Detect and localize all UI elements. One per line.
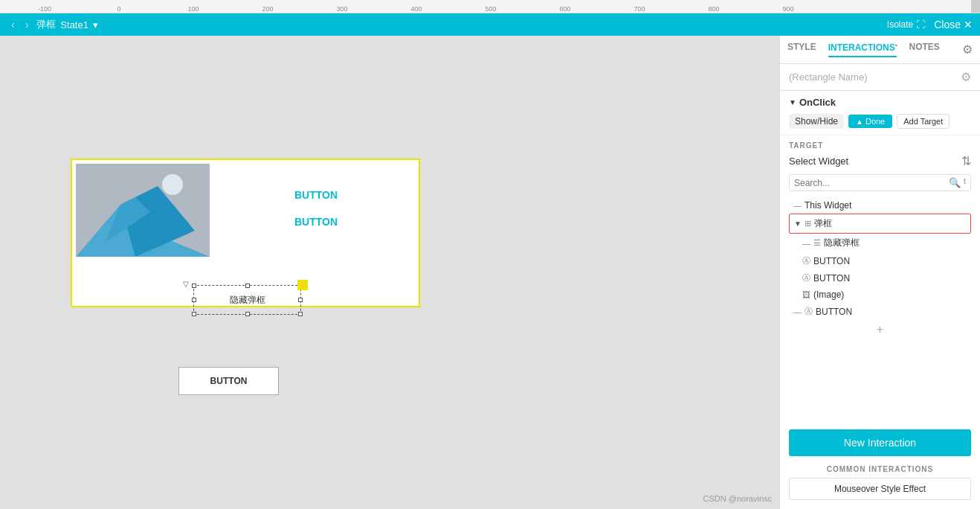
- rect-name-bar: (Rectangle Name) ⚙: [780, 64, 980, 91]
- ruler-bar: -100 0 100 200 300 400 500 600 700 800 9…: [0, 0, 980, 13]
- hidden-frame-selection[interactable]: ▽ ⚡ 隐藏弹框: [193, 285, 301, 315]
- tree-line-icon: —: [793, 201, 802, 210]
- search-icon: 🔍: [949, 177, 961, 188]
- state-bar: ‹ › 弹框 State1 ▾ Isolate ⛶ Close ✕: [0, 13, 980, 36]
- button-group: BUTTON BUTTON: [213, 160, 419, 257]
- tree-image-icon: 🖼: [802, 290, 810, 299]
- ruler-tick: 300: [305, 5, 379, 13]
- tree-popup-icon: ⊞: [805, 219, 811, 228]
- panel-tabs: STYLE INTERACTIONS NOTES ⚙: [780, 36, 980, 64]
- search-input[interactable]: [794, 178, 949, 188]
- expand-indicator[interactable]: +: [789, 320, 971, 339]
- new-interaction-button[interactable]: New Interaction: [789, 429, 971, 456]
- tree-item-hidden-frame[interactable]: — ☰ 隐藏弹框: [789, 234, 971, 252]
- rect-name-label: (Rectangle Name): [789, 71, 868, 83]
- show-hide-label: Show/Hide: [789, 114, 844, 129]
- state-bar-left: ‹ › 弹框 State1 ▾: [7, 17, 98, 32]
- triangle-icon: ▽: [183, 280, 189, 288]
- done-caret-icon: ▲: [856, 118, 863, 126]
- tree-item-this-widget[interactable]: — This Widget: [789, 197, 971, 214]
- panel-tabs-left: STYLE INTERACTIONS NOTES: [787, 42, 940, 57]
- ruler-tick: 0: [82, 5, 156, 13]
- panel-options-icon[interactable]: ⚙: [962, 42, 973, 57]
- ruler-tick: -100: [7, 5, 82, 13]
- widget-inner: BUTTON BUTTON: [72, 160, 419, 257]
- canvas-button-1[interactable]: BUTTON: [294, 189, 338, 201]
- tree-popup-label: 弹框: [814, 217, 832, 230]
- add-target-button[interactable]: Add Target: [897, 114, 950, 129]
- ruler-ticks: -100 0 100 200 300 400 500 600 700 800 9…: [0, 0, 825, 13]
- watermark: CSDN @noravinsc: [703, 494, 772, 503]
- tree-item-popup[interactable]: ▼ ⊞ 弹框: [789, 214, 971, 234]
- handle-mid-left: [192, 298, 196, 302]
- tree-this-widget-label: This Widget: [805, 200, 851, 211]
- handle-bot-mid: [245, 312, 250, 316]
- handle-bot-left: [192, 312, 196, 316]
- ruler-tick: 400: [379, 5, 454, 13]
- tree-text-icon-b: Ⓐ: [802, 272, 810, 284]
- tree-item-button-a[interactable]: Ⓐ BUTTON: [789, 252, 971, 269]
- onclick-caret: ▼: [789, 98, 796, 106]
- prev-state-button[interactable]: ‹: [7, 17, 19, 32]
- ruler-tick: 100: [156, 5, 231, 13]
- tree-image-label: (Image): [813, 289, 844, 300]
- target-section: TARGET Select Widget ⇅ 🔍 t — This Widget: [780, 135, 980, 345]
- onclick-section: ▼ OnClick Show/Hide ▲ Done Add Target: [780, 91, 980, 135]
- onclick-header: ▼ OnClick: [789, 97, 971, 108]
- lightning-icon: ⚡: [297, 280, 308, 290]
- spacer: [780, 345, 980, 420]
- mouseover-style-button[interactable]: Mouseover Style Effect: [789, 478, 971, 500]
- state-title: 弹框: [36, 18, 56, 31]
- tree-line-icon-3: —: [793, 307, 802, 316]
- close-icon: ✕: [964, 19, 973, 31]
- select-widget-text: Select Widget: [789, 156, 848, 167]
- tree-button-b-label: BUTTON: [813, 273, 850, 284]
- tree-item-button-b[interactable]: Ⓐ BUTTON: [789, 269, 971, 286]
- common-label: COMMON INTERACTIONS: [789, 465, 971, 473]
- tree-hidden-frame-icon: ☰: [813, 238, 821, 248]
- done-label: Done: [865, 117, 885, 126]
- tree-line-icon-2: —: [802, 239, 810, 248]
- ruler-tick: 700: [602, 5, 677, 13]
- done-button[interactable]: ▲ Done: [848, 115, 892, 128]
- tab-notes[interactable]: NOTES: [909, 42, 939, 57]
- tab-style[interactable]: STYLE: [787, 42, 816, 57]
- canvas-area[interactable]: BUTTON BUTTON ▽ ⚡ 隐藏弹框 BUTTON: [0, 36, 779, 509]
- bottom-button[interactable]: BUTTON: [178, 367, 279, 395]
- tree-button-c-label: BUTTON: [816, 307, 852, 317]
- bottom-spacer: [780, 500, 980, 509]
- main-content: BUTTON BUTTON ▽ ⚡ 隐藏弹框 BUTTON: [0, 36, 980, 509]
- ruler-tick: 200: [231, 5, 305, 13]
- isolate-icon: ⛶: [916, 19, 925, 30]
- common-interactions: COMMON INTERACTIONS Mouseover Style Effe…: [780, 465, 980, 500]
- canvas-button-2[interactable]: BUTTON: [294, 216, 338, 228]
- ruler-tick: 500: [454, 5, 528, 13]
- ruler-tick: 600: [528, 5, 602, 13]
- isolate-button[interactable]: Isolate ⛶: [887, 19, 925, 30]
- close-label: Close: [934, 19, 961, 31]
- state-dropdown-icon[interactable]: ▾: [93, 19, 98, 31]
- image-placeholder: [76, 164, 210, 257]
- select-widget-arrows-icon[interactable]: ⇅: [961, 154, 971, 168]
- search-box[interactable]: 🔍 t: [789, 174, 971, 191]
- next-state-button[interactable]: ›: [22, 17, 33, 32]
- ruler-tick: 900: [751, 5, 825, 13]
- widget-tree: — This Widget ▼ ⊞ 弹框 — ☰ 隐藏弹框 Ⓐ BUTTON: [789, 197, 971, 320]
- state-name: State1: [60, 19, 88, 31]
- search-icons: 🔍 t: [949, 177, 966, 188]
- search-t-icon: t: [964, 177, 966, 188]
- state-bar-right: Isolate ⛶ Close ✕: [887, 19, 973, 31]
- rect-options-icon[interactable]: ⚙: [961, 70, 971, 84]
- select-widget-bar: Select Widget ⇅: [789, 154, 971, 168]
- right-panel: STYLE INTERACTIONS NOTES ⚙ (Rectangle Na…: [779, 36, 980, 509]
- tree-hidden-frame-label: 隐藏弹框: [824, 237, 860, 249]
- tab-interactions[interactable]: INTERACTIONS: [828, 42, 897, 57]
- handle-top-left: [192, 284, 196, 288]
- tree-item-image[interactable]: 🖼 (Image): [789, 286, 971, 303]
- close-button[interactable]: Close ✕: [934, 19, 973, 31]
- ruler-scroll[interactable]: [971, 0, 980, 13]
- onclick-title: OnClick: [799, 97, 836, 108]
- state-nav: ‹ ›: [7, 17, 32, 32]
- tree-item-button-c[interactable]: — Ⓐ BUTTON: [789, 303, 971, 320]
- tree-text-icon-c: Ⓐ: [805, 306, 813, 317]
